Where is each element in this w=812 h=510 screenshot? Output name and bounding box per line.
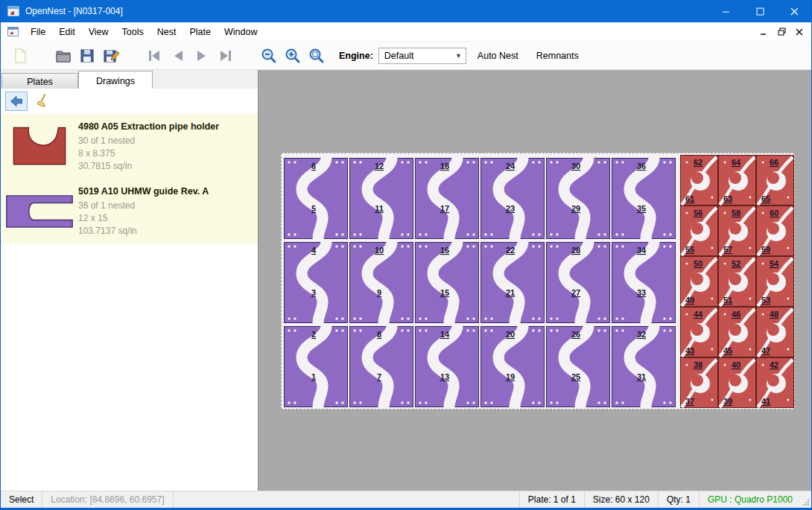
menu-item-plate[interactable]: Plate [183, 23, 218, 41]
red-part-pair[interactable]: 4241 [756, 357, 794, 408]
zoom-out-button[interactable] [257, 44, 281, 68]
red-part-pair[interactable]: 3837 [680, 357, 718, 408]
red-part-pair[interactable]: 5049 [680, 256, 718, 307]
svg-text:34: 34 [637, 246, 647, 255]
status-location: Location: [84.8696, 60.6957] [42, 491, 173, 508]
status-mode: Select [1, 491, 42, 508]
left-panel: Plates Drawings [1, 70, 258, 491]
tab-plates[interactable]: Plates [1, 73, 78, 89]
purple-part-pair[interactable]: 109 [349, 242, 413, 323]
menu-item-view[interactable]: View [82, 23, 115, 41]
engine-select[interactable]: Default ▼ [378, 48, 466, 64]
nest-canvas[interactable]: 6512111817242330293635431091615222128273… [258, 70, 811, 491]
mdi-child-icon [7, 27, 19, 36]
purple-part-pair[interactable]: 3029 [546, 158, 610, 239]
purple-part-pair[interactable]: 21 [284, 326, 348, 407]
import-arrow-icon [9, 94, 24, 109]
purple-parts-grid: 6512111817242330293635431091615222128273… [284, 158, 676, 407]
mdi-restore-button[interactable] [775, 26, 788, 38]
purple-part-pair[interactable]: 1211 [349, 158, 413, 239]
save-as-button[interactable] [99, 44, 123, 68]
svg-text:47: 47 [761, 346, 770, 355]
menu-item-tools[interactable]: Tools [115, 23, 150, 41]
drawing-item-5019[interactable]: 5019 A10 UHMW guide Rev. A 36 of 1 neste… [1, 179, 258, 243]
red-part-pair[interactable]: 4645 [718, 307, 756, 357]
svg-text:45: 45 [723, 346, 732, 355]
panel-tabs: Plates Drawings [1, 70, 258, 89]
drawing-item-4980[interactable]: 4980 A05 Extraction pipe holder 30 of 1 … [1, 114, 258, 179]
red-part-pair[interactable]: 4443 [680, 307, 718, 357]
maximize-button[interactable] [743, 0, 777, 22]
purple-part-pair[interactable]: 65 [284, 158, 348, 239]
main-toolbar: Engine: Default ▼ Auto Nest Remnants [1, 42, 811, 70]
mdi-restore-icon [778, 28, 786, 36]
svg-text:49: 49 [685, 296, 694, 305]
purple-part-pair[interactable]: 2019 [480, 326, 545, 407]
svg-text:62: 62 [694, 158, 702, 167]
close-button[interactable] [777, 0, 811, 22]
maximize-icon [756, 7, 764, 16]
auto-nest-button[interactable]: Auto Nest [471, 45, 525, 67]
menu-item-file[interactable]: File [24, 23, 52, 41]
remnants-button[interactable]: Remnants [530, 45, 586, 67]
purple-part-pair[interactable]: 3635 [612, 158, 676, 239]
purple-part-pair[interactable]: 2625 [546, 326, 610, 407]
svg-text:38: 38 [694, 360, 702, 369]
mdi-close-icon [796, 28, 803, 36]
menu-bar-items: FileEditViewToolsNestPlateWindow [24, 23, 264, 41]
purple-part-pair[interactable]: 3433 [612, 242, 676, 323]
svg-text:15: 15 [440, 288, 449, 297]
red-part-pair[interactable]: 5251 [718, 256, 756, 307]
zoom-in-button[interactable] [281, 44, 305, 68]
purple-part-pair[interactable]: 1615 [415, 242, 479, 323]
mdi-window-controls [757, 26, 811, 38]
red-part-pair[interactable]: 6665 [756, 155, 794, 205]
zoom-fit-button[interactable] [305, 44, 329, 68]
new-button[interactable] [8, 44, 32, 68]
import-to-plate-button[interactable] [5, 92, 28, 111]
red-part-pair[interactable]: 6059 [756, 205, 794, 256]
purple-part-pair[interactable]: 43 [284, 242, 348, 323]
nav-first-button[interactable] [142, 44, 166, 68]
nav-next-button[interactable] [190, 44, 214, 68]
menu-item-nest[interactable]: Nest [150, 23, 183, 41]
mdi-minimize-button[interactable] [757, 26, 770, 38]
minimize-button[interactable] [708, 0, 743, 22]
svg-text:43: 43 [685, 346, 694, 355]
purple-part-pair[interactable]: 2827 [546, 242, 610, 323]
chevron-down-icon: ▼ [455, 52, 462, 60]
open-button[interactable] [51, 44, 75, 68]
nav-previous-button[interactable] [166, 44, 190, 68]
status-plate: Plate: 1 of 1 [519, 491, 584, 508]
nav-last-button[interactable] [214, 44, 238, 68]
clear-button[interactable] [32, 92, 54, 111]
purple-part-pair[interactable]: 1817 [415, 158, 479, 239]
drawing-title: 5019 A10 UHMW guide Rev. A [78, 186, 255, 197]
svg-text:66: 66 [770, 158, 778, 167]
window-title: OpenNest - [N0317-004] [25, 6, 123, 16]
mdi-close-button[interactable] [793, 26, 806, 38]
purple-part-pair[interactable]: 87 [349, 326, 413, 407]
svg-text:1: 1 [311, 372, 316, 381]
menu-item-window[interactable]: Window [218, 23, 264, 41]
red-part-pair[interactable]: 5655 [680, 205, 718, 256]
app-icon [7, 5, 19, 17]
plate[interactable]: 6512111817242330293635431091615222128273… [281, 153, 795, 409]
menu-item-edit[interactable]: Edit [52, 23, 82, 41]
svg-text:65: 65 [761, 194, 770, 203]
purple-part-pair[interactable]: 3231 [612, 326, 676, 407]
tab-drawings[interactable]: Drawings [78, 71, 153, 89]
zoom-in-icon [284, 47, 302, 65]
resize-grip[interactable] [801, 491, 811, 508]
red-part-pair[interactable]: 5453 [756, 256, 794, 307]
save-button[interactable] [75, 44, 99, 68]
purple-part-pair[interactable]: 2221 [480, 242, 545, 323]
purple-part-pair[interactable]: 1413 [415, 326, 479, 407]
red-part-pair[interactable]: 5857 [718, 205, 756, 256]
svg-text:60: 60 [770, 208, 778, 217]
purple-part-pair[interactable]: 2423 [480, 158, 545, 239]
red-part-pair[interactable]: 4847 [756, 307, 794, 357]
red-part-pair[interactable]: 6261 [680, 155, 718, 205]
red-part-pair[interactable]: 4039 [718, 357, 756, 408]
red-part-pair[interactable]: 6463 [718, 155, 756, 205]
